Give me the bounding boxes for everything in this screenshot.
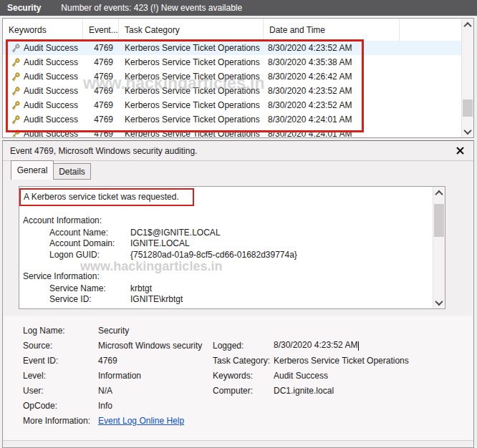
property-row: Log Name:Security xyxy=(23,323,466,338)
property-value: Event Log Online Help xyxy=(98,416,213,426)
property-value: N/A xyxy=(98,386,213,396)
description-section: Service Information:Service Name:krbtgtS… xyxy=(23,271,430,306)
event-detail-header: Event 4769, Microsoft Windows security a… xyxy=(3,141,473,161)
event-description-summary: A Kerberos service ticket was requested. xyxy=(24,192,179,203)
event-description-box: A Kerberos service ticket was requested.… xyxy=(19,186,445,309)
property-value: Microsoft Windows security xyxy=(98,341,213,351)
property-row: Event ID:4769Task Category:Kerberos Serv… xyxy=(23,353,466,368)
chevron-up-icon xyxy=(463,21,471,29)
property-value: Security xyxy=(98,326,213,336)
property-label: Level: xyxy=(23,371,98,381)
event-description-content: A Kerberos service ticket was requested.… xyxy=(19,187,433,308)
scroll-down-button[interactable] xyxy=(462,126,473,137)
property-value: Information xyxy=(98,371,213,381)
event-detail-title: Event 4769, Microsoft Windows security a… xyxy=(10,146,197,156)
field-label: Service Name: xyxy=(49,283,130,295)
property-value: 8/30/2020 4:23:52 AM xyxy=(274,340,359,350)
property-label: Logged: xyxy=(213,341,274,351)
log-name-title: Security xyxy=(7,3,41,13)
tab-general[interactable]: General xyxy=(11,160,54,180)
property-label: Log Name: xyxy=(23,326,98,336)
section-title: Service Information: xyxy=(23,271,430,283)
property-label: Computer: xyxy=(213,386,274,396)
annotation-red-box-description: A Kerberos service ticket was requested. xyxy=(19,188,194,206)
section-field: Logon GUID:{751280ad-01a9-8cf5-cd66-0168… xyxy=(23,250,430,261)
property-label: Task Category: xyxy=(213,356,274,366)
section-title: Account Information: xyxy=(23,215,430,227)
column-header-keywords[interactable]: Keywords xyxy=(3,19,83,41)
field-value: DC1$@IGNITE.LOCAL xyxy=(130,228,221,238)
property-label: Source: xyxy=(23,341,98,351)
field-label: Logon GUID: xyxy=(49,250,130,261)
property-value: Info xyxy=(98,401,213,411)
section-field: Service Name:krbtgt xyxy=(23,283,430,295)
text-cursor xyxy=(358,341,359,351)
field-label: Account Domain: xyxy=(49,238,130,250)
column-header-date-time[interactable]: Date and Time xyxy=(264,19,400,41)
property-row: Level:InformationKeywords:Audit Success xyxy=(23,368,466,383)
property-value: Kerberos Service Ticket Operations xyxy=(274,356,409,366)
property-label: User: xyxy=(23,386,98,396)
scrollbar-thumb[interactable] xyxy=(434,204,444,237)
property-row: OpCode:Info xyxy=(23,398,466,413)
property-label: OpCode: xyxy=(23,401,98,411)
desc-sections: Account Information:Account Name:DC1$@IG… xyxy=(23,215,430,308)
annotation-red-box-events xyxy=(6,39,364,132)
scrollbar-thumb[interactable] xyxy=(463,99,473,117)
chevron-down-icon xyxy=(463,126,471,134)
field-value: IGNITE.LOCAL xyxy=(130,238,190,248)
scroll-down-button[interactable] xyxy=(433,297,445,308)
event-list-scrollbar[interactable] xyxy=(461,19,473,137)
property-row: More Information:Event Log Online Help xyxy=(23,413,466,428)
description-scrollbar[interactable] xyxy=(433,187,445,308)
scroll-up-button[interactable] xyxy=(462,19,473,30)
scroll-up-button[interactable] xyxy=(433,188,445,198)
chevron-down-icon xyxy=(435,297,443,305)
chevron-up-icon xyxy=(435,190,443,198)
property-label: Keywords: xyxy=(213,371,274,381)
property-row: User:N/AComputer:DC1.ignite.local xyxy=(23,383,466,398)
divider xyxy=(3,440,473,441)
field-label: Account Name: xyxy=(49,228,130,239)
event-detail-panel: Event 4769, Microsoft Windows security a… xyxy=(2,140,474,448)
section-field: Account Name:DC1$@IGNITE.LOCAL xyxy=(23,228,430,239)
column-header-task-category[interactable]: Task Category xyxy=(119,19,264,41)
log-title-bar: Security Number of events: 423 (!) New e… xyxy=(0,0,477,16)
field-value: IGNITE\krbtgt xyxy=(130,294,183,304)
column-header-event[interactable]: Event... xyxy=(83,19,119,41)
close-button[interactable] xyxy=(455,145,465,155)
property-value: Audit Success xyxy=(274,371,328,381)
field-value: krbtgt xyxy=(130,283,152,293)
event-log-online-help-link[interactable]: Event Log Online Help xyxy=(98,416,184,426)
description-section: Account Information:Account Name:DC1$@IG… xyxy=(23,215,430,260)
property-row: Source:Microsoft Windows securityLogged:… xyxy=(23,338,466,353)
section-field: Service ID:IGNITE\krbtgt xyxy=(23,294,430,306)
field-label: Service ID: xyxy=(49,294,130,306)
field-value: {751280ad-01a9-8cf5-cd66-01682d39774a} xyxy=(130,250,297,260)
close-icon xyxy=(456,147,464,155)
tab-details[interactable]: Details xyxy=(53,163,91,180)
events-count-status: Number of events: 423 (!) New events ava… xyxy=(61,3,242,13)
property-value: DC1.ignite.local xyxy=(274,386,334,396)
event-properties-grid: Log Name:SecuritySource:Microsoft Window… xyxy=(23,323,466,428)
column-header-row: Keywords Event... Task Category Date and… xyxy=(3,19,473,41)
property-value: 4769 xyxy=(98,356,213,366)
property-label: More Information: xyxy=(23,416,98,426)
section-field: Account Domain:IGNITE.LOCAL xyxy=(23,238,430,250)
property-label: Event ID: xyxy=(23,356,98,366)
